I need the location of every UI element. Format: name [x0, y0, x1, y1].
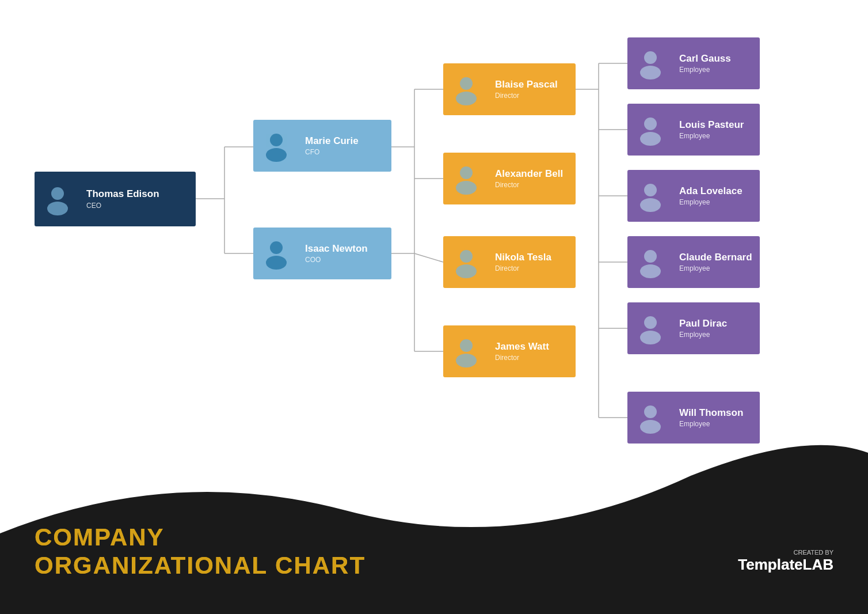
ceo-role: CEO — [86, 202, 190, 210]
svg-point-40 — [640, 264, 661, 278]
svg-point-37 — [644, 184, 657, 196]
dir1-info: Blaise Pascal Director — [489, 77, 576, 102]
coo-avatar — [253, 228, 299, 279]
svg-point-24 — [266, 256, 287, 270]
svg-line-9 — [414, 253, 443, 262]
dir1-role: Director — [495, 92, 570, 100]
svg-point-30 — [456, 264, 477, 278]
node-emp3: Ada Lovelace Employee — [627, 170, 760, 222]
cfo-avatar — [253, 120, 299, 172]
emp5-name: Paul Dirac — [679, 318, 754, 329]
emp1-role: Employee — [679, 66, 754, 74]
dir2-avatar — [443, 153, 489, 204]
ceo-info: Thomas Edison CEO — [81, 186, 196, 211]
svg-point-32 — [456, 354, 477, 367]
svg-point-34 — [640, 66, 661, 79]
created-by: CREATED BY — [738, 549, 833, 556]
svg-point-26 — [456, 92, 477, 105]
emp3-name: Ada Lovelace — [679, 185, 754, 197]
svg-point-42 — [640, 331, 661, 344]
cfo-info: Marie Curie CFO — [299, 133, 391, 158]
node-cfo: Marie Curie CFO — [253, 120, 391, 172]
node-emp6: Will Thomson Employee — [627, 392, 760, 444]
emp4-avatar — [627, 236, 673, 288]
ceo-avatar — [35, 172, 81, 226]
svg-point-33 — [644, 51, 657, 64]
emp2-avatar — [627, 104, 673, 156]
brand-template: Template — [738, 556, 802, 573]
emp6-role: Employee — [679, 420, 754, 428]
node-dir4: James Watt Director — [443, 325, 576, 377]
emp5-info: Paul Dirac Employee — [673, 316, 760, 341]
node-dir3: Nikola Tesla Director — [443, 236, 576, 288]
svg-point-31 — [460, 339, 473, 352]
svg-point-22 — [266, 148, 287, 162]
emp5-role: Employee — [679, 331, 754, 339]
node-emp1: Carl Gauss Employee — [627, 37, 760, 89]
dir4-role: Director — [495, 354, 570, 362]
node-dir2: Alexander Bell Director — [443, 153, 576, 204]
dir2-name: Alexander Bell — [495, 168, 570, 180]
title-line1: COMPANY — [35, 524, 366, 551]
emp6-avatar — [627, 392, 673, 444]
svg-point-44 — [640, 420, 661, 434]
svg-point-36 — [640, 132, 661, 146]
dir3-role: Director — [495, 264, 570, 272]
chart-title-block: COMPANY ORGANIZATIONAL CHART — [35, 524, 366, 579]
coo-info: Isaac Newton COO — [299, 241, 391, 266]
svg-point-20 — [47, 202, 68, 215]
dir4-info: James Watt Director — [489, 339, 576, 364]
node-emp4: Claude Bernard Employee — [627, 236, 760, 288]
emp4-name: Claude Bernard — [679, 252, 754, 263]
svg-point-43 — [644, 405, 657, 418]
emp6-name: Will Thomson — [679, 407, 754, 419]
svg-point-41 — [644, 316, 657, 329]
emp4-role: Employee — [679, 264, 754, 272]
emp6-info: Will Thomson Employee — [673, 405, 760, 430]
emp1-avatar — [627, 37, 673, 89]
emp1-info: Carl Gauss Employee — [673, 51, 760, 76]
dir3-name: Nikola Tesla — [495, 252, 570, 263]
chart-area: Thomas Edison CEO Marie Curie CFO Isaac … — [0, 23, 868, 461]
templatelab-block: CREATED BY TemplateLAB — [738, 549, 833, 574]
node-emp5: Paul Dirac Employee — [627, 302, 760, 354]
title-line2: ORGANIZATIONAL CHART — [35, 552, 366, 579]
svg-point-23 — [270, 241, 283, 254]
node-emp2: Louis Pasteur Employee — [627, 104, 760, 156]
svg-point-28 — [456, 181, 477, 195]
emp2-info: Louis Pasteur Employee — [673, 117, 760, 142]
svg-point-27 — [460, 166, 473, 179]
dir4-name: James Watt — [495, 341, 570, 353]
ceo-name: Thomas Edison — [86, 188, 190, 200]
svg-point-35 — [644, 118, 657, 130]
svg-point-39 — [644, 250, 657, 263]
dir1-avatar — [443, 63, 489, 115]
dir2-role: Director — [495, 181, 570, 189]
cfo-role: CFO — [305, 148, 386, 156]
svg-point-19 — [51, 187, 64, 200]
emp1-name: Carl Gauss — [679, 53, 754, 65]
node-coo: Isaac Newton COO — [253, 228, 391, 279]
brand-lab: LAB — [803, 556, 833, 573]
coo-role: COO — [305, 256, 386, 264]
dir3-info: Nikola Tesla Director — [489, 249, 576, 275]
emp3-info: Ada Lovelace Employee — [673, 183, 760, 209]
emp3-role: Employee — [679, 198, 754, 206]
node-dir1: Blaise Pascal Director — [443, 63, 576, 115]
emp2-name: Louis Pasteur — [679, 119, 754, 131]
cfo-name: Marie Curie — [305, 135, 386, 147]
svg-point-21 — [270, 134, 283, 146]
dir4-avatar — [443, 325, 489, 377]
emp3-avatar — [627, 170, 673, 222]
svg-point-38 — [640, 198, 661, 212]
dir1-name: Blaise Pascal — [495, 79, 570, 90]
emp5-avatar — [627, 302, 673, 354]
node-ceo: Thomas Edison CEO — [35, 172, 196, 226]
emp4-info: Claude Bernard Employee — [673, 249, 760, 275]
svg-point-29 — [460, 250, 473, 263]
svg-point-25 — [460, 77, 473, 90]
coo-name: Isaac Newton — [305, 243, 386, 255]
brand: TemplateLAB — [738, 556, 833, 574]
dir3-avatar — [443, 236, 489, 288]
emp2-role: Employee — [679, 132, 754, 140]
